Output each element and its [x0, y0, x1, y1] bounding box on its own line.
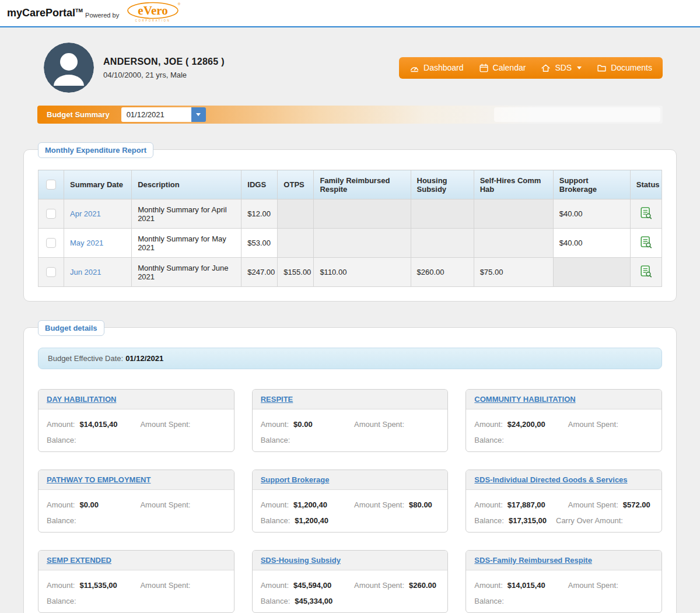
budget-date-group: [121, 107, 206, 122]
budget-date-input[interactable]: [121, 107, 191, 122]
support-brokerage-cell: $40.00: [553, 199, 630, 229]
nav-calendar[interactable]: Calendar: [479, 63, 526, 73]
budget-card-title-link[interactable]: PATHWAY TO EMPLOYMENT: [47, 475, 226, 484]
budget-card-body: Amount:$1,200,40Amount Spent:$80.00 Bala…: [253, 490, 448, 532]
svg-text:®: ®: [178, 2, 181, 6]
amount-value: $0.00: [293, 420, 345, 429]
self-hires-cell: $75.00: [474, 258, 553, 287]
budget-card-header: SDS-Individual Directed Goods & Services: [466, 470, 662, 490]
select-all-checkbox[interactable]: [46, 180, 56, 190]
col-idgs: IDGS: [242, 170, 278, 199]
nav-dashboard[interactable]: Dashboard: [410, 63, 464, 73]
balance-label: Balance:: [47, 436, 76, 444]
idgs-cell: $247.00: [242, 258, 278, 287]
idgs-cell: $53.00: [242, 229, 278, 258]
housing-cell: [411, 199, 474, 229]
budget-card-sds-family-reimbursed-respite: SDS-Family Reimbursed Respite Amount:$14…: [466, 550, 662, 613]
balance-label: Balance:: [47, 516, 76, 525]
person-icon: [44, 43, 94, 93]
amount-value: $14,015,40: [508, 581, 559, 590]
amount-spent-label: Amount Spent:: [354, 500, 404, 509]
balance-value: $45,334,00: [295, 597, 332, 605]
amount-spent-label: Amount Spent:: [568, 500, 618, 509]
budget-card-header: PATHWAY TO EMPLOYMENT: [38, 470, 234, 490]
monthly-expenditure-tab: Monthly Expenditure Report: [38, 142, 153, 158]
avatar: [44, 43, 94, 93]
row-checkbox[interactable]: [46, 209, 56, 219]
housing-cell: $260.00: [411, 258, 474, 287]
amount-label: Amount:: [47, 581, 75, 590]
amount-label: Amount:: [261, 500, 289, 509]
nav-sds[interactable]: SDS: [541, 63, 582, 73]
amount-spent-label: Amount Spent:: [354, 420, 404, 429]
carry-over-label: Carry Over Amount:: [556, 516, 623, 525]
amount-spent-value: $260.00: [409, 581, 436, 590]
budget-summary-bar: Budget Summary: [37, 106, 663, 124]
amount-label: Amount:: [474, 581, 502, 590]
self-hires-cell: [474, 199, 553, 229]
balance-label: Balance:: [474, 516, 504, 525]
amount-value: $0.00: [79, 500, 131, 509]
amount-value: $45,594,00: [293, 581, 345, 590]
amount-spent-label: Amount Spent:: [354, 581, 404, 590]
budget-card-body: Amount:$11,535,00Amount Spent: Balance:: [38, 570, 234, 612]
budget-card-sds-housing-subsidy: SDS-Housing Subsidy Amount:$45,594,00Amo…: [252, 550, 449, 613]
amount-value: $11,535,00: [79, 581, 131, 590]
budget-card-body: Amount:$17,887,00Amount Spent:$572.00 Ba…: [466, 490, 662, 532]
budget-card-pathway-to-employment: PATHWAY TO EMPLOYMENT Amount:$0.00Amount…: [38, 470, 235, 533]
self-hires-cell: [474, 229, 553, 258]
budget-card-title-link[interactable]: DAY HABILITATION: [47, 395, 226, 404]
balance-label: Balance:: [261, 436, 290, 444]
budget-card-support-brokerage: Support Brokerage Amount:$1,200,40Amount…: [252, 470, 449, 533]
budget-date-dropdown-button[interactable]: [191, 107, 206, 122]
effective-date-value: 01/12/2021: [125, 354, 163, 363]
balance-value: $17,315,00: [509, 516, 547, 525]
amount-value: $24,200,00: [508, 420, 559, 429]
budget-card-title-link[interactable]: SDS-Individual Directed Goods & Services: [474, 475, 653, 484]
summary-date-link[interactable]: May 2021: [70, 239, 103, 247]
amount-spent-value: $572.00: [623, 500, 650, 509]
balance-label: Balance:: [474, 436, 504, 444]
page-body: ANDERSON, JOE ( 12865 ) 04/10/2000, 21 y…: [0, 43, 700, 613]
budget-card-header: DAY HABILITATION: [38, 390, 234, 409]
amount-spent-label: Amount Spent:: [568, 420, 618, 429]
balance-value: $1,200,40: [295, 516, 328, 525]
row-checkbox[interactable]: [46, 238, 56, 248]
row-checkbox[interactable]: [46, 267, 56, 277]
budget-card-title-link[interactable]: SDS-Housing Subsidy: [261, 556, 440, 565]
budget-card-respite: RESPITE Amount:$0.00Amount Spent: Balanc…: [252, 389, 449, 452]
brand-tm: TM: [75, 8, 83, 13]
svg-text:eVero: eVero: [138, 3, 167, 17]
amount-value: $14,015,40: [79, 420, 131, 429]
nav-documents-label: Documents: [611, 63, 652, 72]
nav-documents[interactable]: Documents: [597, 63, 652, 73]
report-status-icon[interactable]: [639, 236, 652, 248]
budget-card-title-link[interactable]: SEMP EXTENDED: [47, 556, 226, 565]
budget-card-title-link[interactable]: RESPITE: [261, 395, 440, 404]
report-status-icon[interactable]: [639, 206, 652, 219]
budget-card-header: Support Brokerage: [253, 470, 448, 490]
col-summary-date: Summary Date: [64, 170, 132, 199]
description-cell: Monthly Summary for June 2021: [132, 258, 242, 287]
amount-spent-label: Amount Spent:: [568, 581, 618, 590]
summary-date-link[interactable]: Jun 2021: [70, 268, 102, 276]
patient-row: ANDERSON, JOE ( 12865 ) 04/10/2000, 21 y…: [44, 43, 663, 93]
balance-label: Balance:: [474, 597, 504, 605]
budget-card-semp-extended: SEMP EXTENDED Amount:$11,535,00Amount Sp…: [38, 550, 235, 613]
top-header: myCarePortalTM Powered by eVero ® CORPOR…: [0, 0, 700, 27]
chevron-down-icon: [196, 113, 201, 116]
summary-date-link[interactable]: Apr 2021: [70, 209, 101, 218]
col-status: Status: [630, 170, 662, 199]
brand-title: myCarePortalTM: [7, 7, 83, 19]
budget-card-header: SEMP EXTENDED: [38, 551, 234, 570]
amount-spent-label: Amount Spent:: [140, 581, 190, 590]
description-cell: Monthly Summary for April 2021: [132, 199, 242, 229]
budget-card-title-link[interactable]: Support Brokerage: [261, 475, 440, 484]
report-status-icon[interactable]: [639, 265, 652, 278]
evero-logo-icon: eVero ® CORPORATION: [126, 1, 182, 23]
budget-card-title-link[interactable]: COMMUNITY HABILITATION: [474, 395, 653, 404]
budget-card-title-link[interactable]: SDS-Family Reimbursed Respite: [474, 556, 653, 565]
col-family-respite: Family Reimbursed Respite: [314, 170, 411, 199]
budget-card-sds-individual-goods-services: SDS-Individual Directed Goods & Services…: [466, 470, 662, 533]
main-nav: Dashboard Calendar SDS: [399, 57, 663, 79]
